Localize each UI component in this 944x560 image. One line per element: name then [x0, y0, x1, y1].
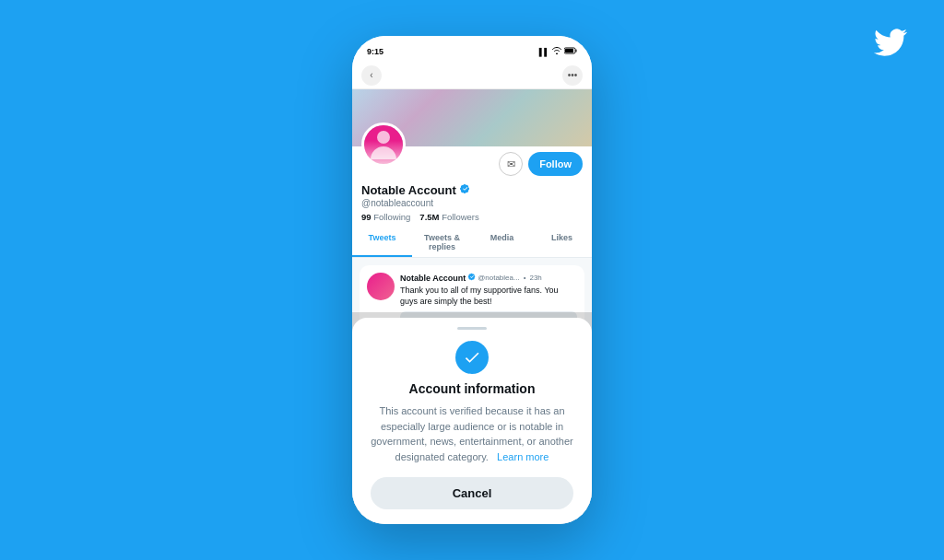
svg-rect-2 — [576, 50, 577, 52]
battery-icon — [564, 47, 577, 56]
svg-point-3 — [377, 131, 390, 144]
sheet-drag-handle — [457, 327, 487, 330]
avatar-figure — [364, 125, 403, 164]
profile-name-row: Notable Account — [361, 183, 583, 197]
profile-info: Notable Account @notableaccount 99 Follo… — [352, 180, 592, 228]
tweet-text: Thank you to all of my supportive fans. … — [400, 286, 577, 307]
wifi-icon — [552, 47, 561, 56]
cover-photo — [352, 89, 592, 146]
profile-handle: @notableaccount — [361, 198, 583, 208]
learn-more-link[interactable]: Learn more — [497, 451, 549, 462]
bottom-sheet: Account information This account is veri… — [352, 318, 592, 524]
signal-icon: ▌▌ — [539, 48, 549, 56]
twitter-logo — [874, 26, 907, 67]
following-stat: 99 Following — [361, 212, 410, 222]
avatar — [361, 122, 406, 167]
tab-tweets-replies[interactable]: Tweets & replies — [412, 228, 472, 257]
bottom-sheet-overlay: Account information This account is veri… — [352, 312, 592, 524]
status-icons: ▌▌ — [539, 47, 577, 56]
sheet-title: Account information — [371, 381, 573, 396]
profile-stats: 99 Following 7.5M Followers — [361, 212, 583, 222]
tweet-time-value: 23h — [529, 274, 541, 282]
followers-stat: 7.5M Followers — [419, 212, 478, 222]
sheet-body: This account is verified because it has … — [371, 403, 573, 464]
tab-tweets[interactable]: Tweets — [352, 228, 412, 257]
phone-mockup: 9:15 ▌▌ ‹ ••• — [352, 36, 592, 524]
back-button[interactable]: ‹ — [361, 65, 382, 86]
cancel-button[interactable]: Cancel — [371, 477, 573, 509]
status-time: 9:15 — [367, 47, 384, 56]
verified-badge-profile — [459, 183, 470, 197]
tweet-handle: @notablea... — [478, 274, 519, 282]
tweet-author-name: Notable Account — [400, 274, 466, 283]
svg-rect-1 — [565, 49, 573, 52]
tweet-time: • — [524, 274, 526, 282]
avatar-wrap — [361, 122, 406, 167]
status-bar: 9:15 ▌▌ — [352, 36, 592, 62]
verified-icon-circle — [455, 341, 489, 374]
message-button[interactable]: ✉ — [499, 152, 523, 176]
tweet-avatar — [367, 273, 395, 300]
profile-header-bar: ‹ ••• — [352, 62, 592, 89]
sheet-verified-icon — [371, 341, 573, 374]
tab-media[interactable]: Media — [472, 228, 532, 257]
follow-button[interactable]: Follow — [528, 152, 583, 176]
profile-tabs: Tweets Tweets & replies Media Likes — [352, 228, 592, 258]
tweet-verified-badge — [467, 273, 476, 283]
tab-likes[interactable]: Likes — [532, 228, 592, 257]
tweet-name-row: Notable Account @notablea... • 23h — [400, 273, 577, 283]
more-button[interactable]: ••• — [562, 65, 583, 86]
profile-name: Notable Account — [361, 183, 456, 197]
